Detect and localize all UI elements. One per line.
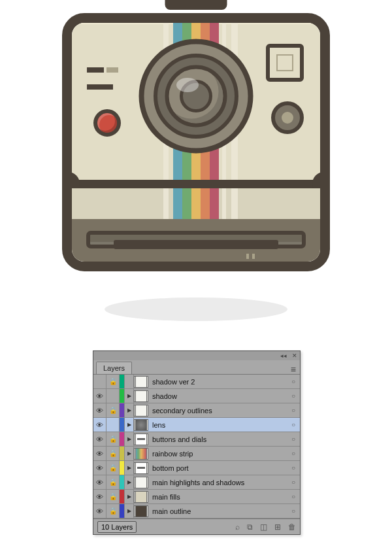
layer-name: secondary outlines — [148, 407, 287, 415]
collapse-icon[interactable]: ◂◂ — [280, 353, 287, 359]
camera-illustration — [62, 13, 330, 271]
shutter-button — [93, 109, 121, 137]
search-icon[interactable]: ⌕ — [235, 522, 240, 532]
layer-row[interactable]: 👁🔒▶main outline○ — [93, 504, 300, 518]
lock-icon: 🔒 — [109, 450, 117, 457]
visibility-toggle[interactable]: 👁 — [93, 461, 106, 475]
triangle-icon: ▶ — [127, 407, 131, 413]
disclosure-toggle[interactable]: ▶ — [125, 504, 134, 518]
layer-name: lens — [148, 421, 287, 429]
triangle-icon: ▶ — [127, 436, 131, 442]
lock-toggle[interactable]: 🔒 — [106, 447, 120, 460]
disclosure-toggle[interactable]: ▶ — [125, 432, 134, 446]
target-icon[interactable]: ○ — [287, 392, 300, 400]
target-icon[interactable]: ○ — [287, 450, 300, 457]
layer-thumbnail — [134, 491, 148, 503]
lock-toggle[interactable]: 🔒 — [106, 432, 120, 446]
visibility-toggle[interactable]: 👁 — [93, 490, 106, 503]
layer-row[interactable]: 🔒shadow ver 2○ — [93, 375, 300, 389]
disclosure-toggle[interactable]: ▶ — [125, 418, 134, 432]
layer-row[interactable]: 👁🔒▶bottom port○ — [93, 461, 300, 475]
lock-toggle[interactable]: 🔒 — [106, 375, 120, 388]
layer-thumbnail — [134, 477, 148, 488]
layer-row[interactable]: 👁🔒▶rainbow strip○ — [93, 447, 300, 461]
layer-row[interactable]: 👁🔒▶main highlights and shadows○ — [93, 475, 300, 490]
target-icon[interactable]: ○ — [287, 378, 300, 385]
layer-thumbnail — [134, 405, 148, 416]
panel-menu-icon[interactable]: ≡ — [291, 365, 296, 374]
layer-row[interactable]: 👁▶lens○ — [93, 418, 300, 432]
lock-toggle[interactable]: 🔒 — [106, 504, 120, 518]
layer-row[interactable]: 👁🔒▶buttons and dials○ — [93, 432, 300, 447]
target-icon[interactable]: ○ — [287, 464, 300, 471]
layer-name: shadow ver 2 — [148, 378, 287, 386]
target-icon[interactable]: ○ — [287, 479, 300, 486]
visibility-toggle[interactable]: 👁 — [93, 389, 106, 403]
layer-color — [120, 447, 125, 460]
visibility-toggle[interactable]: 👁 — [93, 475, 106, 489]
disclosure-toggle[interactable]: ▶ — [125, 490, 134, 503]
disclosure-toggle[interactable]: ▶ — [125, 461, 134, 475]
layers-panel: ◂◂ ✕ Layers ≡ 🔒shadow ver 2○👁▶shadow○👁🔒▶… — [93, 350, 301, 535]
visibility-toggle[interactable]: 👁 — [93, 447, 106, 460]
new-sublayer-icon[interactable]: ◫ — [260, 522, 267, 532]
trash-icon[interactable]: 🗑 — [288, 522, 296, 532]
layer-row[interactable]: 👁🔒▶main fills○ — [93, 490, 300, 504]
layer-name: main highlights and shadows — [148, 479, 287, 486]
visibility-toggle[interactable]: 👁 — [93, 403, 106, 417]
triangle-icon: ▶ — [127, 479, 131, 485]
triangle-icon: ▶ — [127, 465, 131, 471]
disclosure-toggle[interactable] — [125, 375, 134, 388]
body-divider — [69, 180, 323, 188]
target-icon[interactable]: ○ — [287, 407, 300, 414]
layer-name: rainbow strip — [148, 450, 287, 458]
target-icon[interactable]: ○ — [287, 507, 300, 515]
layer-color — [120, 418, 125, 432]
panel-footer: 10 Layers ⌕ ⧉ ◫ ⊞ 🗑 — [93, 518, 300, 534]
target-icon[interactable]: ○ — [287, 435, 300, 443]
layer-count: 10 Layers — [97, 521, 137, 533]
disclosure-toggle[interactable]: ▶ — [125, 447, 134, 460]
eye-icon: 👁 — [96, 407, 103, 415]
lock-toggle[interactable]: 🔒 — [106, 403, 120, 417]
lock-toggle[interactable]: 🔒 — [106, 490, 120, 503]
eye-icon: 👁 — [96, 493, 103, 501]
disclosure-toggle[interactable]: ▶ — [125, 389, 134, 403]
layer-name: main fills — [148, 493, 287, 501]
lock-icon: 🔒 — [109, 493, 117, 500]
layer-color — [120, 432, 125, 446]
layer-color — [120, 375, 125, 388]
layer-name: main outline — [148, 507, 287, 515]
layer-row[interactable]: 👁🔒▶secondary outlines○ — [93, 403, 300, 418]
layer-color — [120, 490, 125, 503]
visibility-toggle[interactable] — [93, 375, 106, 388]
target-icon[interactable]: ○ — [287, 421, 300, 428]
triangle-icon: ▶ — [127, 393, 131, 399]
lens-highlight — [176, 78, 199, 92]
lock-toggle[interactable] — [106, 389, 120, 403]
lock-toggle[interactable] — [106, 418, 120, 432]
camera-indicator-bars — [87, 67, 118, 90]
layer-row[interactable]: 👁▶shadow○ — [93, 389, 300, 403]
visibility-toggle[interactable]: 👁 — [93, 432, 106, 446]
lock-toggle[interactable]: 🔒 — [106, 461, 120, 475]
disclosure-toggle[interactable]: ▶ — [125, 475, 134, 489]
photo-slot — [86, 231, 306, 248]
eye-icon: 👁 — [96, 392, 103, 400]
new-layer-icon[interactable]: ⊞ — [274, 522, 281, 532]
lock-icon: 🔒 — [109, 507, 117, 515]
tab-layers[interactable]: Layers — [96, 362, 132, 374]
eye-icon: 👁 — [96, 421, 103, 429]
close-icon[interactable]: ✕ — [292, 353, 297, 359]
layer-name: bottom port — [148, 464, 287, 472]
lock-toggle[interactable]: 🔒 — [106, 475, 120, 489]
layer-color — [120, 403, 125, 417]
visibility-toggle[interactable]: 👁 — [93, 504, 106, 518]
visibility-toggle[interactable]: 👁 — [93, 418, 106, 432]
clip-icon[interactable]: ⧉ — [247, 522, 253, 532]
target-icon[interactable]: ○ — [287, 493, 300, 500]
eye-icon: 👁 — [96, 479, 103, 486]
disclosure-toggle[interactable]: ▶ — [125, 403, 134, 417]
layers-list: 🔒shadow ver 2○👁▶shadow○👁🔒▶secondary outl… — [93, 375, 300, 518]
lock-icon: 🔒 — [109, 435, 117, 443]
